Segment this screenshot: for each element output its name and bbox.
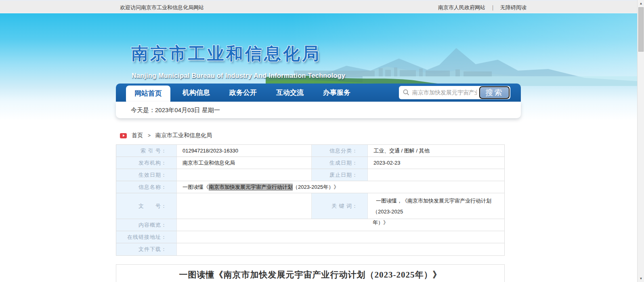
breadcrumb-home-link[interactable]: 首页 bbox=[132, 132, 143, 139]
date-bar: 今天是：2023年04月03日 星期一 bbox=[116, 102, 521, 118]
online-link-label: 在线链接地址： bbox=[116, 231, 177, 243]
keywords-value: 一图读懂，《南京市加快发展元宇宙产业行动计划（2023-2025 年）》 bbox=[368, 193, 504, 219]
site-subtitle-en: Nanjing Municipal Bureau of Industry And… bbox=[132, 72, 345, 79]
breadcrumb-current: 南京市工业和信息化局 bbox=[155, 132, 212, 139]
scroll-up-icon[interactable]: ▲ bbox=[638, 0, 644, 7]
index-number-value: 012947218/2023-16330 bbox=[177, 145, 311, 157]
main-nav: 网站首页 机构信息 政务公开 互动交流 办事服务 搜索 bbox=[116, 84, 521, 102]
table-row: 文 号： 关 键 词： 一图读懂，《南京市加快发展元宇宙产业行动计划（2023-… bbox=[116, 193, 504, 219]
table-row: 内容概览： bbox=[116, 219, 504, 231]
nav-tab-home[interactable]: 网站首页 bbox=[126, 86, 170, 103]
topbar-links: 南京市人民政府网站 ｜ 无障碍阅读 bbox=[438, 4, 527, 11]
publish-date-value: 2023-02-23 bbox=[368, 157, 504, 169]
welcome-text: 欢迎访问南京市工业和信息化局网站 bbox=[120, 4, 204, 11]
search-box: 搜索 bbox=[399, 86, 510, 99]
gov-site-link[interactable]: 南京市人民政府网站 bbox=[438, 4, 485, 11]
topbar-separator: ｜ bbox=[490, 4, 495, 11]
table-row: 生效日期： 废止日期： bbox=[116, 169, 504, 181]
table-row: 在线链接地址： bbox=[116, 231, 504, 243]
info-category-value: 工业、交通 / 图解 / 其他 bbox=[368, 145, 504, 157]
home-play-icon bbox=[120, 133, 127, 138]
search-icon bbox=[403, 89, 409, 96]
content-overview-value bbox=[177, 219, 504, 231]
nav-tab-interaction[interactable]: 互动交流 bbox=[266, 84, 313, 102]
search-input[interactable] bbox=[412, 86, 477, 99]
publisher-value: 南京市工业和信息化局 bbox=[177, 157, 311, 169]
file-download-value bbox=[177, 243, 504, 255]
top-utility-bar: 欢迎访问南京市工业和信息化局网站 南京市人民政府网站 ｜ 无障碍阅读 bbox=[0, 0, 644, 13]
publisher-label: 发布机构： bbox=[116, 157, 177, 169]
content-overview-label: 内容概览： bbox=[116, 219, 177, 231]
online-link-value bbox=[177, 231, 504, 243]
table-row: 索 引 号： 012947218/2023-16330 信息分类： 工业、交通 … bbox=[116, 145, 504, 157]
table-row: 信息名称： 一图读懂《南京市加快发展元宇宙产业行动计划（2023-2025年）》 bbox=[116, 181, 504, 193]
info-name-selected-text: 南京市加快发展元宇宙产业行动计划 bbox=[209, 184, 293, 191]
keywords-label: 关 键 词： bbox=[311, 193, 368, 219]
effective-date-label: 生效日期： bbox=[116, 169, 177, 181]
publish-date-label: 生成日期： bbox=[311, 157, 368, 169]
table-row: 发布机构： 南京市工业和信息化局 生成日期： 2023-02-23 bbox=[116, 157, 504, 169]
doc-number-label: 文 号： bbox=[116, 193, 177, 219]
today-date-text: 今天是：2023年04月03日 星期一 bbox=[131, 102, 220, 118]
table-row: 文件下载： bbox=[116, 243, 504, 255]
effective-date-value bbox=[177, 169, 311, 181]
info-name-label: 信息名称： bbox=[116, 181, 177, 193]
info-category-label: 信息分类： bbox=[311, 145, 368, 157]
document-info-table: 索 引 号： 012947218/2023-16330 信息分类： 工业、交通 … bbox=[116, 144, 505, 256]
repeal-date-label: 废止日期： bbox=[311, 169, 368, 181]
scroll-down-icon[interactable]: ▼ bbox=[638, 275, 644, 282]
page: 欢迎访问南京市工业和信息化局网站 南京市人民政府网站 ｜ 无障碍阅读 bbox=[0, 0, 644, 282]
nav-tabs: 网站首页 机构信息 政务公开 互动交流 办事服务 bbox=[126, 84, 360, 102]
scrollbar-thumb[interactable] bbox=[638, 7, 644, 52]
nav-tab-org-info[interactable]: 机构信息 bbox=[173, 84, 220, 102]
accessibility-link[interactable]: 无障碍阅读 bbox=[500, 4, 527, 11]
doc-number-value bbox=[177, 193, 311, 219]
vertical-scrollbar[interactable]: ▲ ▼ bbox=[637, 0, 644, 282]
info-name-prefix: 一图读懂《 bbox=[183, 184, 209, 191]
search-button[interactable]: 搜索 bbox=[479, 86, 510, 99]
article-box: 一图读懂《南京市加快发展元宇宙产业行动计划（2023-2025年）》 bbox=[116, 264, 505, 282]
nav-tab-services[interactable]: 办事服务 bbox=[313, 84, 360, 102]
info-name-value: 一图读懂《南京市加快发展元宇宙产业行动计划（2023-2025年）》 bbox=[177, 181, 504, 193]
nav-container: 网站首页 机构信息 政务公开 互动交流 办事服务 搜索 今天是：2023年04月… bbox=[116, 84, 521, 118]
repeal-date-value bbox=[368, 169, 504, 181]
nav-tab-gov-affairs[interactable]: 政务公开 bbox=[220, 84, 266, 102]
header-banner: 南京市工业和信息化局 Nanjing Municipal Bureau of I… bbox=[0, 13, 637, 86]
breadcrumb-separator: > bbox=[148, 133, 151, 138]
article-title: 一图读懂《南京市加快发展元宇宙产业行动计划（2023-2025年）》 bbox=[116, 269, 504, 280]
breadcrumb: 首页 > 南京市工业和信息化局 bbox=[120, 132, 212, 139]
index-number-label: 索 引 号： bbox=[116, 145, 177, 157]
info-name-suffix: （2023-2025年）》 bbox=[293, 184, 339, 191]
site-title: 南京市工业和信息化局 bbox=[131, 42, 321, 65]
file-download-label: 文件下载： bbox=[116, 243, 177, 255]
keywords-line: 一图读懂，《南京市加快发展元宇宙产业行动计划（2023-2025 bbox=[373, 195, 499, 217]
